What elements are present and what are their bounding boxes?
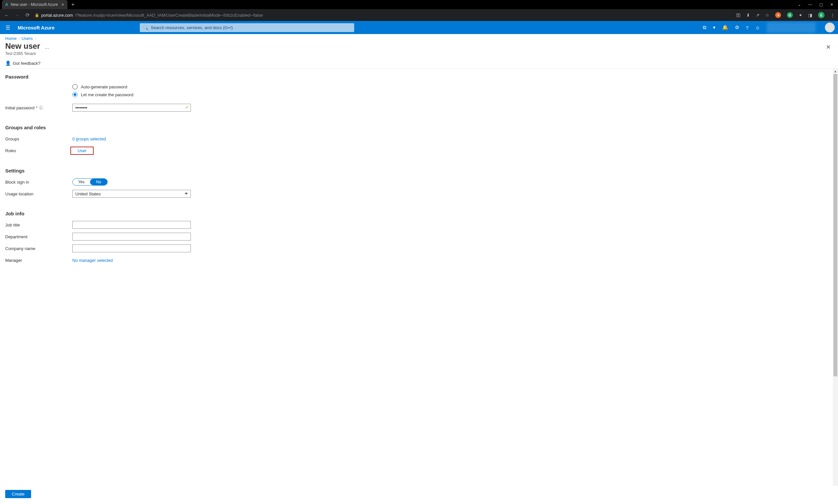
page-title: New user <box>5 41 40 51</box>
company-name-label: Company name <box>5 246 72 251</box>
usage-location-label: Usage location <box>5 192 72 196</box>
section-job-info-title: Job info <box>5 211 833 216</box>
browser-tab[interactable]: A New user - Microsoft Azure × <box>2 0 68 9</box>
tab-close-icon[interactable]: × <box>61 2 64 7</box>
close-blade-icon[interactable]: ✕ <box>824 41 833 53</box>
roles-label: Roles <box>5 148 72 153</box>
chrome-menu-icon[interactable]: ⋮ <box>831 13 835 18</box>
url-path: /?feature.msaljs=true#view/Microsoft_AAD… <box>75 13 263 18</box>
feedback-icon[interactable]: ☺ <box>755 25 760 31</box>
block-signin-label: Block sign in <box>5 180 72 184</box>
usage-location-select[interactable]: United States <box>72 190 191 198</box>
bookmark-icon[interactable]: ☆ <box>765 13 769 18</box>
chevron-down-icon[interactable]: ⌄ <box>798 2 801 7</box>
brand-label[interactable]: Microsoft Azure <box>18 25 55 31</box>
radio-auto-password-label[interactable]: Auto-generate password <box>81 85 127 89</box>
window-controls: ⌄ — ▢ ✕ <box>798 2 836 7</box>
roles-link[interactable]: User <box>70 147 94 155</box>
reload-button[interactable]: ⟳ <box>24 12 31 18</box>
forward-button[interactable]: → <box>14 13 20 18</box>
job-title-input[interactable] <box>72 221 191 229</box>
azure-icon: A <box>5 2 8 7</box>
department-label: Department <box>5 234 72 239</box>
blade-header: New user ⋯ Test D365 Tenant ✕ <box>0 41 838 58</box>
share-icon[interactable]: ↗ <box>756 13 760 18</box>
search-placeholder: Search resources, services, and docs (G+… <box>151 25 233 30</box>
create-button[interactable]: Create <box>5 490 31 498</box>
chevron-right-icon: › <box>35 37 36 40</box>
maximize-icon[interactable]: ▢ <box>819 2 823 7</box>
toggle-no[interactable]: No <box>90 179 107 185</box>
extension-2-icon[interactable]: G <box>787 12 793 18</box>
blade-toolbar: 👤 Got feedback? <box>0 58 838 69</box>
sidepanel-icon[interactable]: ◨ <box>808 13 812 18</box>
radio-auto-password[interactable] <box>72 84 77 89</box>
download-icon[interactable]: ⬇ <box>746 13 750 18</box>
cloud-shell-icon[interactable]: ⧉ <box>703 24 707 31</box>
azure-header: ☰ Microsoft Azure 🔍 Search resources, se… <box>0 21 838 34</box>
hamburger-menu[interactable]: ☰ <box>0 24 16 31</box>
help-icon[interactable]: ? <box>746 25 748 31</box>
extensions-icon[interactable]: ✦ <box>799 13 802 18</box>
manager-link[interactable]: No manager selected <box>72 258 113 263</box>
scroll-up-arrow[interactable]: ▲ <box>833 69 838 74</box>
breadcrumb: Home › Users › <box>0 34 838 41</box>
global-search[interactable]: 🔍 Search resources, services, and docs (… <box>140 23 354 32</box>
browser-nav-bar: ← → ⟳ 🔒 portal.azure.com/?feature.msaljs… <box>0 9 838 21</box>
section-groups-roles-title: Groups and roles <box>5 125 833 130</box>
settings-icon[interactable]: ⚙ <box>735 24 739 31</box>
blade-footer: Create <box>0 486 838 501</box>
feedback-label: Got feedback? <box>13 61 40 66</box>
company-name-input[interactable] <box>72 245 191 252</box>
department-input[interactable] <box>72 233 191 240</box>
initial-password-input[interactable] <box>72 104 191 112</box>
person-feedback-icon: 👤 <box>5 60 11 66</box>
url-host: portal.azure.com <box>41 13 73 18</box>
breadcrumb-users[interactable]: Users <box>22 36 33 41</box>
section-password-title: Password <box>5 74 833 79</box>
address-bar[interactable]: 🔒 portal.azure.com/?feature.msaljs=true#… <box>35 13 263 18</box>
toggle-yes[interactable]: Yes <box>73 179 90 185</box>
vertical-scrollbar[interactable]: ▲ ▼ <box>833 69 838 501</box>
browser-tab-bar: A New user - Microsoft Azure × + ⌄ — ▢ ✕ <box>0 0 838 9</box>
breadcrumb-home[interactable]: Home <box>5 36 17 41</box>
profile-avatar[interactable]: E <box>818 12 824 18</box>
radio-manual-password[interactable] <box>72 92 77 97</box>
manager-label: Manager <box>5 258 72 263</box>
section-settings-title: Settings <box>5 168 833 174</box>
required-asterisk: * <box>36 105 38 110</box>
radio-manual-password-label[interactable]: Let me create the password <box>81 92 133 97</box>
scroll-thumb[interactable] <box>834 74 837 376</box>
tenant-subtitle: Test D365 Tenant <box>5 51 49 56</box>
back-button[interactable]: ← <box>3 13 10 18</box>
usage-location-value: United States <box>75 192 101 196</box>
job-title-label: Job title <box>5 222 72 228</box>
more-actions-icon[interactable]: ⋯ <box>45 46 49 51</box>
extension-1-icon[interactable]: ▾ <box>775 12 781 18</box>
search-icon: 🔍 <box>143 25 148 30</box>
notifications-icon[interactable]: 🔔 <box>722 24 728 31</box>
groups-link[interactable]: 0 groups selected <box>72 137 106 141</box>
form-scroll-area: Password Auto-generate password Let me c… <box>0 69 838 501</box>
initial-password-label: Initial password * i <box>5 105 72 110</box>
info-icon[interactable]: i <box>39 106 43 110</box>
minimize-icon[interactable]: — <box>808 2 812 7</box>
groups-label: Groups <box>5 137 72 141</box>
block-signin-toggle[interactable]: Yes No <box>72 178 108 185</box>
new-tab-button[interactable]: + <box>71 2 74 7</box>
feedback-button[interactable]: 👤 Got feedback? <box>5 60 40 66</box>
lock-icon: 🔒 <box>35 13 39 17</box>
directories-icon[interactable]: ▾ <box>713 24 716 31</box>
user-avatar[interactable] <box>825 22 835 32</box>
chevron-right-icon: › <box>19 37 20 40</box>
close-window-icon[interactable]: ✕ <box>830 2 834 7</box>
tab-title: New user - Microsoft Azure <box>11 2 58 7</box>
account-info[interactable] <box>767 22 816 33</box>
key-icon[interactable]: ⚿ <box>736 13 741 18</box>
check-icon: ✓ <box>185 105 189 110</box>
